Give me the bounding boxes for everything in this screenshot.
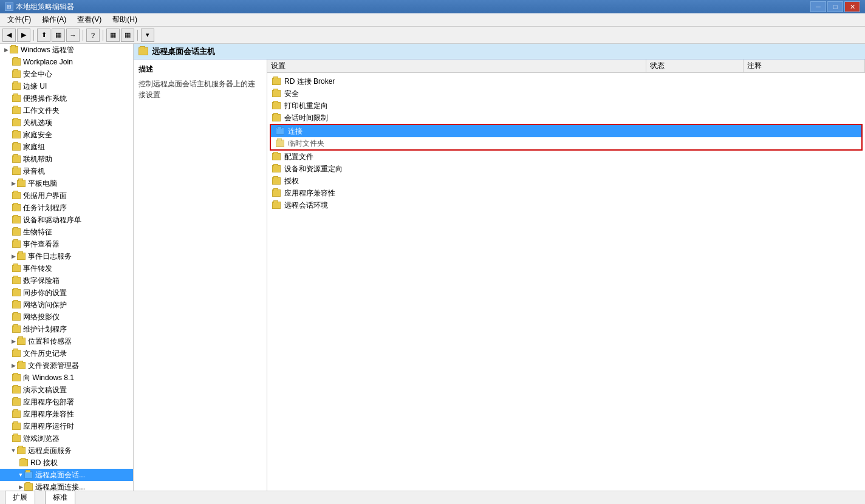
description-text: 控制远程桌面会话主机服务器上的连接设置 xyxy=(138,78,262,100)
close-button[interactable]: ✕ xyxy=(844,1,860,12)
folder-icon xyxy=(272,165,281,172)
description-label: 描述 xyxy=(138,64,262,75)
sidebar-item-task-scheduler[interactable]: 任务计划程序 xyxy=(0,202,133,214)
up-button[interactable]: ⬆ xyxy=(37,29,50,42)
view-button1[interactable]: ▦ xyxy=(106,29,120,42)
sidebar-label: 演示文稿设置 xyxy=(23,385,67,395)
sidebar-label: Workplace Join xyxy=(23,58,73,66)
folder-row-remote-session-env[interactable]: 远程会话环境 xyxy=(267,199,865,211)
minimize-button[interactable]: ─ xyxy=(810,1,826,12)
expand-arrow: ▶ xyxy=(17,483,24,491)
sidebar-item-digital-safe[interactable]: 数字保险箱 xyxy=(0,274,133,287)
folder-icon xyxy=(17,362,26,369)
sidebar-item-edge-ui[interactable]: 边缘 UI xyxy=(0,80,133,92)
sidebar-item-remote-desktop-svc[interactable]: ▼ 远程桌面服务 xyxy=(0,444,133,457)
sidebar-item-file-history[interactable]: 文件历史记录 xyxy=(0,347,133,359)
sidebar-item-event-viewer[interactable]: 事件查看器 xyxy=(0,238,133,250)
sidebar-label: 事件查看器 xyxy=(23,239,60,250)
menu-help[interactable]: 帮助(H) xyxy=(108,13,142,26)
folder-icon xyxy=(272,202,281,209)
sidebar-item-sync-settings[interactable]: 同步你的设置 xyxy=(0,287,133,299)
sidebar-item-device-driver[interactable]: 设备和驱动程序单 xyxy=(0,214,133,226)
sidebar-item-app-package[interactable]: 应用程序包部署 xyxy=(0,396,133,408)
selection-highlight: 连接 临时文件夹 xyxy=(270,124,863,151)
main-area: ▶ Windows 远程管 Workplace Join 安全中心 边缘 UI … xyxy=(0,44,865,491)
sidebar-label: 网络投影仪 xyxy=(23,312,60,322)
folder-icon xyxy=(12,192,21,199)
help-button[interactable]: ? xyxy=(86,29,100,42)
folder-label: 会话时间限制 xyxy=(284,113,328,123)
sidebar-item-home-group[interactable]: 家庭组 xyxy=(0,141,133,153)
menu-action[interactable]: 操作(A) xyxy=(37,13,71,26)
sidebar-item-file-resource-mgr[interactable]: ▶ 文件资源管理器 xyxy=(0,359,133,372)
view-button2[interactable]: ▦ xyxy=(121,29,134,42)
folder-icon xyxy=(17,180,26,187)
sidebar-item-windows-remote[interactable]: ▶ Windows 远程管 xyxy=(0,44,133,56)
sidebar-item-rd-connection[interactable]: ▶ 远程桌面连接... xyxy=(0,481,133,491)
sidebar-label: 远程桌面连接... xyxy=(35,482,85,491)
sidebar-item-game-browser[interactable]: 游戏浏览器 xyxy=(0,432,133,444)
folder-icon xyxy=(12,83,21,90)
export-button[interactable]: → xyxy=(66,29,80,42)
sidebar-label: 应用程序包部署 xyxy=(23,397,74,407)
sidebar-item-location[interactable]: ▶ 位置和传感器 xyxy=(0,335,133,347)
folder-row-session-time[interactable]: 会话时间限制 xyxy=(267,112,865,124)
show-hide-button[interactable]: ▦ xyxy=(52,29,65,42)
sidebar-item-easy-ops[interactable]: 便携操作系统 xyxy=(0,92,133,104)
sidebar-label: Windows 远程管 xyxy=(21,45,74,55)
folder-icon xyxy=(19,459,28,466)
sidebar-item-app-runtime[interactable]: 应用程序运行时 xyxy=(0,420,133,432)
folder-row-rd-broker[interactable]: RD 连接 Broker xyxy=(267,75,865,87)
folder-icon xyxy=(272,189,281,197)
status-tab-extended[interactable]: 扩展 xyxy=(5,491,35,504)
sidebar-item-home-security[interactable]: 家庭安全 xyxy=(0,129,133,141)
folder-row-license[interactable]: 授权 xyxy=(267,175,865,187)
forward-button[interactable]: ▶ xyxy=(17,29,30,42)
sidebar-item-rd-session-host[interactable]: ▼ 远程桌面会话... xyxy=(0,469,133,481)
sidebar-item-work-folder[interactable]: 工作文件夹 xyxy=(0,104,133,117)
folder-icon xyxy=(12,107,21,114)
toolbar-sep-4 xyxy=(137,30,138,41)
sidebar-item-credential-ui[interactable]: 凭据用户界面 xyxy=(0,189,133,202)
expand-arrow: ▶ xyxy=(10,180,17,187)
sidebar-item-app-compat2[interactable]: 应用程序兼容性 xyxy=(0,408,133,420)
sidebar-item-event-forward[interactable]: 事件转发 xyxy=(0,262,133,274)
filter-button[interactable]: ▾ xyxy=(141,29,154,42)
folder-row-security[interactable]: 安全 xyxy=(267,87,865,100)
status-tab-standard[interactable]: 标准 xyxy=(45,491,75,504)
sidebar-item-security-center[interactable]: 安全中心 xyxy=(0,68,133,80)
sidebar-item-maintenance[interactable]: 维护计划程序 xyxy=(0,323,133,335)
menu-file[interactable]: 文件(F) xyxy=(2,13,36,26)
folder-row-device-resource[interactable]: 设备和资源重定向 xyxy=(267,163,865,175)
folder-row-config-file[interactable]: 配置文件 xyxy=(267,151,865,163)
maximize-button[interactable]: □ xyxy=(827,1,843,12)
folder-row-connection[interactable]: 连接 xyxy=(271,125,861,137)
col-header-settings: 设置 xyxy=(267,60,646,72)
sidebar-item-network-access[interactable]: 网络访问保护 xyxy=(0,299,133,311)
sidebar-item-rd-access[interactable]: RD 接权 xyxy=(0,457,133,469)
sidebar-label: 平板电脑 xyxy=(28,179,57,189)
sidebar-item-demo-doc[interactable]: 演示文稿设置 xyxy=(0,384,133,396)
sidebar-label: RD 接权 xyxy=(30,458,58,468)
sidebar-item-network-proj[interactable]: 网络投影仪 xyxy=(0,311,133,323)
sidebar-item-workplace-join[interactable]: Workplace Join xyxy=(0,56,133,68)
sidebar-label: 联机帮助 xyxy=(23,154,52,165)
sidebar-item-event-log[interactable]: ▶ 事件日志服务 xyxy=(0,250,133,262)
app-icon: ⊞ xyxy=(5,2,13,11)
folder-icon xyxy=(12,398,21,406)
folder-row-app-compat[interactable]: 应用程序兼容性 xyxy=(267,187,865,199)
sidebar-label: 文件历史记录 xyxy=(23,349,67,359)
folder-icon xyxy=(12,289,21,296)
sidebar-item-shutdown[interactable]: 关机选项 xyxy=(0,117,133,129)
menu-view[interactable]: 查看(V) xyxy=(72,13,106,26)
sidebar-item-windows81[interactable]: 向 Windows 8.1 xyxy=(0,372,133,384)
sidebar-label: 游戏浏览器 xyxy=(23,434,60,444)
menu-bar: 文件(F) 操作(A) 查看(V) 帮助(H) xyxy=(0,13,865,27)
back-button[interactable]: ◀ xyxy=(2,29,16,42)
folder-row-printer-redirect[interactable]: 打印机重定向 xyxy=(267,100,865,112)
sidebar-item-remote-assist[interactable]: 联机帮助 xyxy=(0,153,133,165)
folder-row-temp-folder[interactable]: 临时文件夹 xyxy=(271,137,861,149)
sidebar-item-tablet[interactable]: ▶ 平板电脑 xyxy=(0,177,133,189)
sidebar-item-recorder[interactable]: 录音机 xyxy=(0,165,133,177)
sidebar-item-biometrics[interactable]: 生物特征 xyxy=(0,226,133,238)
